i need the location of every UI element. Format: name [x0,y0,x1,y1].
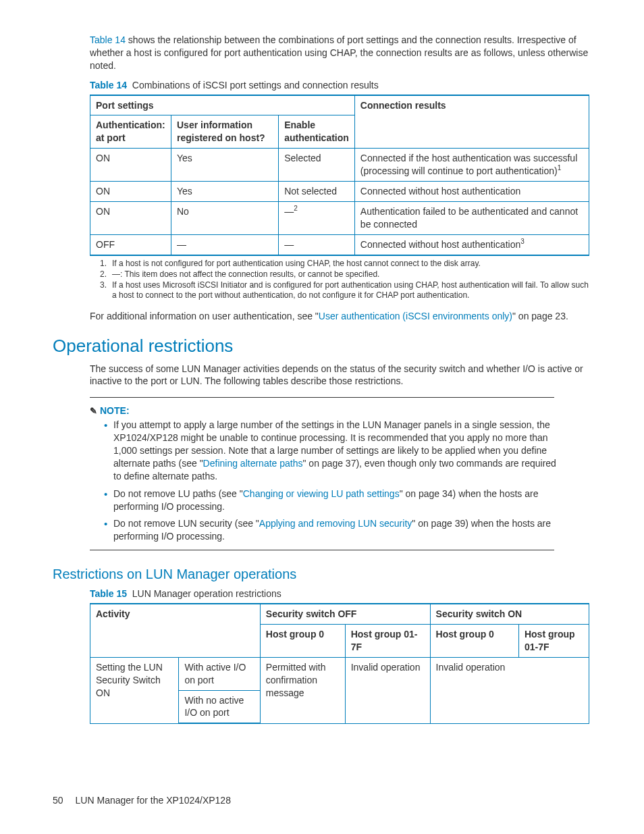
th-security-off: Security switch OFF [260,604,430,624]
th-activity: Activity [90,604,261,657]
cell-off-hg01: Invalid operation [345,657,430,723]
cell-user: Yes [171,182,278,202]
cell-auth: ON [90,182,171,202]
cell-result: Connected if the host authentication was… [354,149,589,182]
table-row: ON Yes Not selected Connected without ho… [90,182,589,202]
additional-info-pre: For additional information on user authe… [90,311,319,321]
cell-enable: —2 [279,201,355,234]
th-auth-at-port: Authentication: at port [90,115,171,149]
restrictions-heading: Restrictions on LUN Manager operations [53,565,591,583]
intro-paragraph: Table 14 shows the relationship between … [90,34,591,72]
cell-enable: — [279,234,355,255]
cell-user: — [171,234,278,255]
cell-condition: With no active I/O on port [179,690,260,723]
th-hg01-off: Host group 01-7F [345,625,430,658]
th-hg0-off: Host group 0 [260,625,345,658]
table14: Port settings Connection results Authent… [90,95,589,256]
note-icon: ✎ [90,405,97,417]
th-security-on: Security switch ON [430,604,589,624]
cell-condition: With active I/O on port [179,657,260,690]
changing-lu-path-link[interactable]: Changing or viewing LU path settings [243,488,400,499]
cell-result: Authentication failed to be authenticate… [354,201,589,234]
applying-lun-security-link[interactable]: Applying and removing LUN security [259,518,412,529]
table14-label: Table 14 [90,80,127,90]
th-port-settings: Port settings [90,95,355,115]
cell-auth: ON [90,149,171,182]
table15: Activity Security switch OFF Security sw… [90,603,589,724]
table-row: OFF — — Connected without host authentic… [90,234,589,255]
note-label: ✎NOTE: [90,405,591,417]
list-item: Do not remove LU paths (see "Changing or… [113,488,558,513]
cell-activity: Setting the LUN Security Switch ON [90,657,179,723]
cell-user: No [171,201,278,234]
cell-auth: OFF [90,234,171,255]
table14-caption: Combinations of iSCSI port settings and … [132,80,379,90]
defining-alternate-paths-link[interactable]: Defining alternate paths [203,458,303,469]
th-hg0-on: Host group 0 [430,625,518,658]
footnote: 2.—: This item does not affect the conne… [100,269,591,280]
operational-restrictions-heading: Operational restrictions [53,334,591,358]
cell-result: Connected without host authentication3 [354,234,589,255]
table-row: ON No —2 Authentication failed to be aut… [90,201,589,234]
footnote: 3.If a host uses Microsoft iSCSI Initiat… [100,280,591,301]
cell-enable: Not selected [279,182,355,202]
list-item: Do not remove LUN security (see "Applyin… [113,517,558,543]
table15-caption: LUN Manager operation restrictions [132,588,281,599]
cell-enable: Selected [279,149,355,182]
note-rule-top [90,397,554,398]
intro-text: shows the relationship between the combi… [90,34,588,71]
additional-info-paragraph: For additional information on user authe… [90,310,591,323]
list-item: If you attempt to apply a large number o… [113,419,558,482]
note-rule-bottom [90,550,554,550]
cell-auth: ON [90,201,171,234]
th-connection-results: Connection results [354,95,589,149]
table14-footnotes: 1.If a host is not configured for port a… [100,259,591,301]
cell-user: Yes [171,149,278,182]
table15-title: Table 15 LUN Manager operation restricti… [90,588,591,600]
table14-ref-link[interactable]: Table 14 [90,34,126,45]
table-row: Setting the LUN Security Switch ON With … [90,657,589,690]
note-list: If you attempt to apply a large number o… [101,419,558,543]
additional-info-post: " on page 23. [512,311,568,321]
cell-off-hg0: Permitted with confirmation message [260,657,345,723]
th-enable-auth: Enable authentication [279,115,355,149]
cell-result: Connected without host authentication [354,182,589,202]
user-auth-link[interactable]: User authentication (iSCSI environments … [319,311,512,321]
footnote: 1.If a host is not configured for port a… [100,259,591,269]
th-hg01-on: Host group 01-7F [518,625,589,658]
operational-restrictions-paragraph: The success of some LUN Manager activiti… [90,363,591,388]
table15-label: Table 15 [90,588,127,599]
th-user-info: User information registered on host? [171,115,278,149]
table-row: ON Yes Selected Connected if the host au… [90,149,589,182]
table14-title: Table 14 Combinations of iSCSI port sett… [90,79,591,92]
cell-on: Invalid operation [430,657,589,723]
